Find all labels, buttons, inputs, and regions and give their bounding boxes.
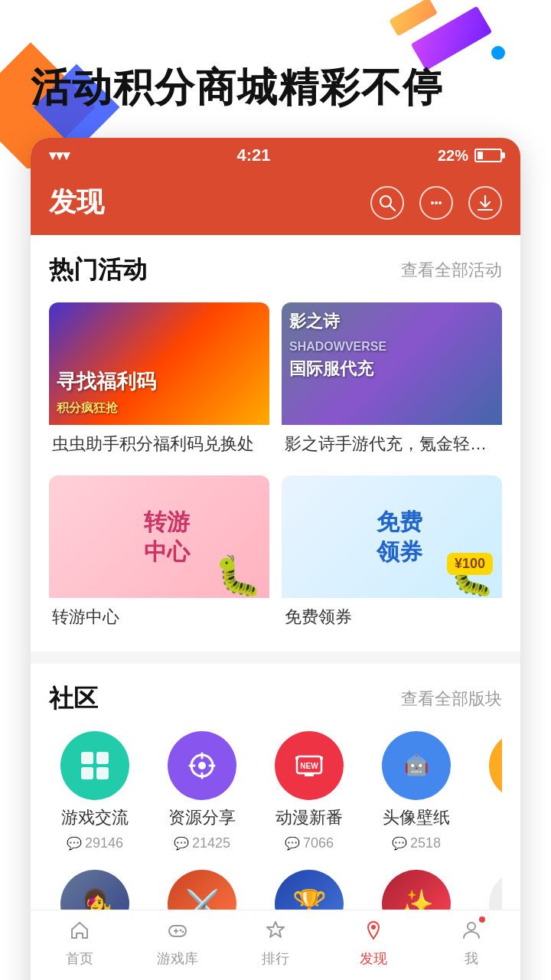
activity-card-1[interactable]: 寻找福利码积分疯狂抢 虫虫助手积分福利码兑换处 bbox=[49, 302, 269, 463]
more-1-icon: 吹 bbox=[489, 731, 502, 800]
svg-rect-18 bbox=[295, 756, 298, 760]
svg-point-28 bbox=[182, 931, 184, 933]
nav-item-home[interactable]: 首页 bbox=[49, 920, 110, 968]
download-button[interactable] bbox=[468, 186, 502, 220]
home-icon bbox=[69, 920, 90, 946]
activity-card-4-image: 免费领券 🐛 ¥100 bbox=[282, 475, 502, 598]
hot-activities-section: 热门活动 查看全部活动 寻找福利码积分疯狂抢 虫虫助手积分福利码兑换处 bbox=[31, 235, 520, 652]
svg-point-4 bbox=[439, 201, 442, 204]
nav-label-rank: 排行 bbox=[262, 949, 289, 968]
svg-point-12 bbox=[198, 762, 206, 769]
view-all-activities-link[interactable]: 查看全部活动 bbox=[401, 259, 502, 282]
community-title: 社区 bbox=[49, 682, 98, 716]
nav-item-discover[interactable]: 发现 bbox=[343, 920, 404, 968]
svg-point-3 bbox=[435, 201, 438, 204]
community-item-resource[interactable]: 资源分享 💬21425 bbox=[156, 731, 248, 851]
activity-card-1-text: 寻找福利码积分疯狂抢 bbox=[57, 370, 156, 417]
svg-rect-9 bbox=[81, 767, 93, 779]
battery-icon bbox=[474, 149, 502, 162]
svg-rect-10 bbox=[96, 767, 109, 779]
mascot-3: 🐛 bbox=[214, 554, 262, 598]
svg-rect-8 bbox=[96, 752, 109, 764]
svg-point-31 bbox=[468, 923, 475, 930]
hot-activities-title: 热门活动 bbox=[49, 253, 147, 287]
user-nav-icon bbox=[461, 922, 482, 946]
avatar-icon: 🤖 bbox=[382, 731, 451, 800]
activity-card-2[interactable]: 影之诗SHADOWVERSE国际服代充 影之诗手游代充，氪金轻松一键... bbox=[282, 302, 502, 463]
activity-card-1-desc: 虫虫助手积分福利码兑换处 bbox=[49, 425, 269, 463]
svg-rect-7 bbox=[81, 752, 93, 764]
community-item-game-exchange[interactable]: 游戏交流 💬29146 bbox=[49, 731, 141, 851]
activity-card-3[interactable]: 转游中心 🐛 转游中心 bbox=[49, 475, 269, 636]
svg-point-2 bbox=[431, 201, 434, 204]
me-icon-wrap bbox=[461, 920, 482, 946]
bottom-navigation: 首页 游戏库 排行 bbox=[31, 910, 520, 980]
activity-card-4[interactable]: 免费领券 🐛 ¥100 免费领券 bbox=[282, 475, 502, 636]
game-exchange-count: 💬29146 bbox=[67, 835, 123, 851]
gamepad-nav-icon bbox=[167, 920, 188, 946]
hot-activities-header: 热门活动 查看全部活动 bbox=[49, 253, 502, 287]
svg-text:🤖: 🤖 bbox=[404, 753, 429, 777]
nav-item-me[interactable]: 我 bbox=[441, 920, 502, 968]
notification-dot bbox=[479, 916, 485, 923]
svg-text:NEW: NEW bbox=[300, 762, 318, 770]
content-area: 热门活动 查看全部活动 寻找福利码积分疯狂抢 虫虫助手积分福利码兑换处 bbox=[31, 235, 520, 980]
coin-badge: ¥100 bbox=[447, 553, 493, 575]
activity-card-3-desc: 转游中心 bbox=[49, 598, 269, 636]
svg-point-27 bbox=[180, 929, 182, 932]
header-icons bbox=[370, 186, 502, 220]
view-all-community-link[interactable]: 查看全部版块 bbox=[401, 688, 502, 710]
avatar-count: 💬2518 bbox=[392, 835, 441, 851]
anime-name: 动漫新番 bbox=[276, 806, 343, 829]
discover-icon-wrap bbox=[363, 920, 384, 946]
svg-marker-29 bbox=[267, 922, 284, 937]
activity-grid: 寻找福利码积分疯狂抢 虫虫助手积分福利码兑换处 影之诗SHADOWVERSE国际… bbox=[49, 302, 502, 636]
community-row-1: 游戏交流 💬29146 bbox=[49, 731, 502, 854]
status-right: 22% bbox=[438, 147, 502, 165]
activity-card-2-desc: 影之诗手游代充，氪金轻松一键... bbox=[282, 425, 502, 463]
wifi-icon: ▾▾▾ bbox=[49, 147, 70, 164]
message-button[interactable] bbox=[419, 186, 453, 220]
nav-item-rank[interactable]: 排行 bbox=[245, 920, 306, 968]
nav-label-me: 我 bbox=[465, 949, 478, 968]
svg-line-1 bbox=[390, 205, 395, 211]
location-nav-icon bbox=[363, 922, 384, 946]
app-header: 发现 bbox=[31, 173, 520, 235]
svg-point-30 bbox=[371, 925, 376, 929]
community-item-avatar[interactable]: 🤖 头像壁纸 💬2518 bbox=[370, 731, 462, 851]
resource-count: 💬21425 bbox=[174, 835, 230, 851]
nav-label-home: 首页 bbox=[66, 949, 93, 968]
banner-label-3: 转游中心 bbox=[144, 507, 190, 567]
star-nav-icon bbox=[265, 920, 286, 946]
anime-count: 💬7066 bbox=[285, 835, 334, 851]
game-exchange-name: 游戏交流 bbox=[61, 806, 129, 829]
community-item-more-1[interactable]: 吹 吹 💬 bbox=[478, 731, 502, 851]
activity-card-3-image: 转游中心 🐛 bbox=[49, 475, 269, 598]
resource-name: 资源分享 bbox=[168, 806, 236, 829]
status-time: 4:21 bbox=[236, 145, 270, 165]
resource-icon bbox=[168, 731, 236, 800]
hero-title: 活动积分商城精彩不停 bbox=[0, 0, 551, 138]
svg-rect-20 bbox=[305, 773, 314, 776]
phone-frame: ▾▾▾ 4:21 22% 发现 bbox=[31, 138, 520, 980]
game-exchange-icon bbox=[60, 731, 129, 800]
app-title: 发现 bbox=[49, 184, 104, 221]
search-button[interactable] bbox=[370, 186, 404, 220]
community-header: 社区 查看全部版块 bbox=[49, 682, 502, 716]
battery-fill bbox=[478, 152, 483, 159]
activity-card-4-desc: 免费领券 bbox=[282, 598, 502, 636]
nav-item-games[interactable]: 游戏库 bbox=[147, 920, 208, 968]
activity-card-2-image: 影之诗SHADOWVERSE国际服代充 bbox=[282, 302, 502, 425]
activity-card-2-text: 影之诗SHADOWVERSE国际服代充 bbox=[289, 310, 386, 381]
banner-label-4: 免费领券 bbox=[377, 507, 422, 567]
avatar-name: 头像壁纸 bbox=[383, 806, 450, 829]
battery-text: 22% bbox=[438, 147, 468, 165]
svg-rect-19 bbox=[320, 756, 323, 760]
community-item-anime[interactable]: NEW 动漫新番 💬7066 bbox=[263, 731, 355, 851]
anime-icon: NEW bbox=[275, 731, 344, 800]
nav-label-games: 游戏库 bbox=[157, 949, 198, 968]
activity-card-1-image: 寻找福利码积分疯狂抢 bbox=[49, 302, 269, 425]
nav-label-discover: 发现 bbox=[360, 949, 387, 968]
status-bar: ▾▾▾ 4:21 22% bbox=[31, 138, 520, 173]
